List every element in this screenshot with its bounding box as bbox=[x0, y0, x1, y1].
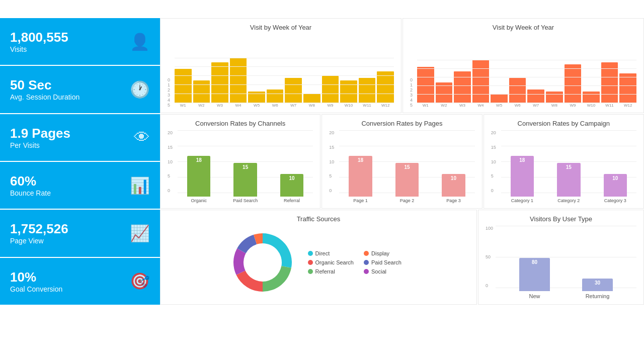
legend-dot bbox=[364, 260, 369, 265]
legend-item: Direct bbox=[308, 250, 354, 256]
bar-wrap bbox=[546, 92, 563, 103]
visitor-bar-value: 80 bbox=[532, 259, 537, 265]
conv-bar-value: 15 bbox=[404, 164, 410, 170]
visitor-bar-value: 30 bbox=[595, 280, 600, 286]
conv-bar-group: 10 Page 3 bbox=[432, 174, 474, 203]
legend-dot bbox=[308, 260, 313, 265]
grid-line bbox=[501, 146, 636, 146]
stat-label-session: Avg. Session Duration bbox=[10, 93, 79, 101]
y-label: 5 bbox=[168, 103, 173, 108]
legend-label: Display bbox=[371, 250, 389, 256]
visit-week-chart-2: Visit by Week of Year 543210 bbox=[403, 18, 644, 113]
conv-bar-value: 10 bbox=[451, 175, 456, 181]
conv-bar-value: 10 bbox=[612, 175, 618, 181]
legend-dot bbox=[308, 269, 313, 274]
y-axis: 543210 bbox=[168, 77, 175, 108]
bar bbox=[472, 60, 490, 103]
conv-channels-chart: Conversion Rates by Channels 05101520 18… bbox=[160, 114, 320, 209]
stat-text-visits: 1,800,555 Visits bbox=[10, 30, 68, 53]
legend-dot bbox=[364, 269, 369, 274]
conv-bar: 15 bbox=[395, 163, 419, 197]
chart-title: Visit by Week of Year bbox=[168, 24, 394, 31]
conv-bar-group: 18 Page 1 bbox=[339, 156, 381, 203]
bar-wrap bbox=[601, 62, 618, 103]
sidebar: 1,800,555 Visits 👤 50 Sec Avg. Session D… bbox=[0, 18, 160, 305]
x-label: W4 bbox=[472, 103, 490, 108]
donut-segment bbox=[233, 248, 246, 275]
bar-wrap bbox=[454, 71, 471, 103]
bar bbox=[491, 94, 508, 103]
stat-label-visits: Visits bbox=[10, 45, 68, 53]
bar-wrap bbox=[322, 76, 339, 103]
x-label: W2 bbox=[193, 103, 210, 108]
y-label: 20 bbox=[329, 130, 339, 135]
charts-row-1: Visit by Week of Year 543210 bbox=[160, 18, 644, 113]
x-label: W11 bbox=[359, 103, 376, 108]
conv-bar: 10 bbox=[280, 174, 303, 197]
visitor-bar-xlabel: Returning bbox=[586, 293, 610, 299]
stat-text-goal: 10% Goal Conversion bbox=[10, 269, 62, 293]
bar bbox=[230, 58, 247, 103]
y-label: 5 bbox=[329, 173, 339, 178]
grid-line bbox=[496, 226, 636, 226]
bar bbox=[248, 92, 265, 103]
charts-area: Visit by Week of Year 543210 bbox=[160, 18, 644, 305]
bar bbox=[211, 62, 228, 103]
donut-area: Direct Display Organic Search Paid Searc… bbox=[168, 226, 469, 299]
stat-label-pageview: Page View bbox=[10, 237, 68, 245]
bar-chart-area: 543210 bbox=[168, 34, 394, 108]
legend-label: Social bbox=[371, 268, 386, 275]
conv-bar-group: 15 Category 2 bbox=[547, 163, 590, 204]
bar bbox=[377, 71, 394, 103]
y-label: 10 bbox=[491, 159, 501, 164]
grid-line bbox=[417, 60, 636, 60]
x-label: W12 bbox=[377, 103, 394, 108]
chart-title: Conversion Rates by Pages bbox=[329, 120, 474, 127]
conv-bar: 10 bbox=[442, 174, 465, 197]
bar bbox=[193, 80, 210, 103]
stat-value-pages: 1.9 Pages bbox=[10, 126, 70, 141]
bar bbox=[601, 62, 618, 103]
visitor-bars: 80 New 30 Returning bbox=[496, 226, 636, 299]
x-label: W3 bbox=[211, 103, 228, 108]
bar bbox=[565, 64, 582, 103]
conv-chart: 05101520 18 Organic 15 bbox=[168, 130, 313, 204]
stat-icon-pageview: 📈 bbox=[130, 224, 150, 243]
chart-title: Conversion Rates by Channels bbox=[168, 120, 313, 127]
y-label: 10 bbox=[329, 159, 339, 164]
page-title bbox=[0, 0, 644, 11]
y-label: 15 bbox=[491, 145, 501, 150]
bar-chart: 543210 bbox=[410, 34, 636, 108]
bar-wrap bbox=[248, 92, 265, 103]
stat-card-goal: 10% Goal Conversion 🎯 bbox=[0, 258, 160, 305]
conv-chart: 05101520 18 Page 1 15 bbox=[329, 130, 474, 204]
y-label: 5 bbox=[410, 103, 415, 108]
grid-line bbox=[175, 58, 394, 58]
y-label: 5 bbox=[168, 173, 178, 178]
bar-wrap bbox=[619, 73, 636, 103]
conv-bar-xlabel: Category 2 bbox=[557, 198, 580, 203]
conv-bar-xlabel: Page 3 bbox=[446, 198, 461, 203]
conv-bar-xlabel: Organic bbox=[191, 198, 207, 203]
stat-value-pageview: 1,752,526 bbox=[10, 221, 68, 237]
legend-label: Paid Search bbox=[371, 259, 401, 265]
stat-value-visits: 1,800,555 bbox=[10, 30, 68, 45]
grid-line bbox=[175, 75, 394, 76]
conv-bars: 18 Category 1 15 Category 2 10 bbox=[501, 130, 636, 204]
bar-wrap bbox=[583, 92, 600, 103]
grid-line bbox=[339, 146, 474, 146]
x-label: W7 bbox=[527, 103, 544, 108]
y-label: 10 bbox=[168, 159, 178, 164]
y-label: 0 bbox=[168, 188, 178, 193]
main-content: 1,800,555 Visits 👤 50 Sec Avg. Session D… bbox=[0, 18, 644, 305]
bar bbox=[285, 78, 302, 103]
y-label: 0 bbox=[329, 188, 339, 193]
bar-wrap bbox=[417, 67, 434, 103]
bar-wrap bbox=[193, 80, 210, 103]
traffic-sources-chart: Traffic Sources Direct Display Organic S… bbox=[160, 210, 477, 305]
bar bbox=[583, 92, 600, 103]
donut-legend: Direct Display Organic Search Paid Searc… bbox=[308, 250, 410, 275]
conv-pages-chart: Conversion Rates by Pages 05101520 18 Pa… bbox=[321, 114, 482, 209]
bar bbox=[527, 89, 544, 103]
bar-wrap bbox=[565, 64, 582, 103]
